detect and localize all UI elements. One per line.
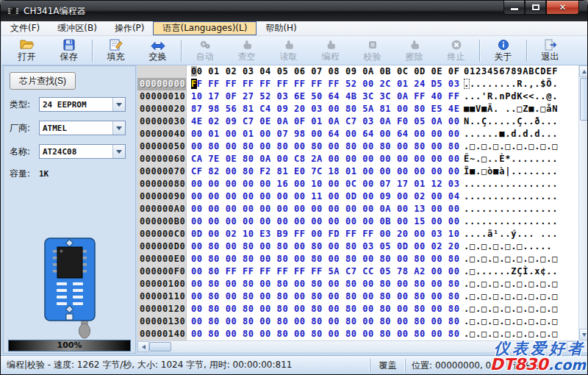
maximize-button[interactable] (525, 1, 546, 15)
menu-buffer[interactable]: 缓冲区(B) (49, 21, 106, 35)
row-bytes[interactable]: 00 01 00 01 00 07 98 00 64 00 64 00 64 0… (186, 128, 464, 140)
hex-row[interactable]: 000000F0 00 80 FF FF FF FF FF FF 5A C7 C… (137, 265, 588, 278)
fill-button[interactable]: 填充 (95, 37, 137, 65)
row-bytes[interactable]: 00 80 FF FF FF FF FF FF 5A C7 CC 05 78 A… (186, 265, 464, 278)
scroll-right-button[interactable] (567, 341, 578, 352)
program-button[interactable]: 编程 (309, 37, 351, 65)
chevron-down-icon[interactable] (112, 98, 125, 111)
swap-button[interactable]: 交换 (137, 37, 179, 65)
row-bytes[interactable]: 10 17 0F 27 52 03 6E 50 64 4B 3C 3C 0A F… (186, 90, 464, 103)
hex-row[interactable]: 00000110 00 80 00 80 00 80 00 80 00 80 0… (137, 290, 588, 303)
hex-row[interactable]: 00000080 00 00 00 00 00 16 00 10 00 0C 0… (137, 178, 588, 190)
ascii-cursor[interactable]: . (464, 79, 470, 89)
row-bytes[interactable]: 00 80 00 80 00 80 00 80 00 80 00 80 00 8… (186, 278, 464, 290)
hex-row[interactable]: 000000A0 00 00 00 00 00 00 00 00 00 00 0… (137, 203, 588, 215)
save-button[interactable]: 保存 (48, 37, 90, 65)
menu-help[interactable]: 帮助(H) (257, 21, 305, 35)
scroll-up-button[interactable] (579, 65, 588, 77)
horizontal-scrollbar[interactable] (137, 340, 578, 352)
erase-button[interactable]: 擦除 (393, 37, 435, 65)
blank-check-button[interactable]: 查空 (226, 37, 268, 65)
read-button[interactable]: 读取 (268, 37, 309, 65)
row-ascii[interactable]: .□......ZÇÌ.x¢.. (464, 265, 567, 278)
menu-language[interactable]: 语言(Languages)(L) (153, 21, 257, 35)
hex-row[interactable]: 000000D0 00 80 00 80 00 80 00 80 00 80 0… (137, 240, 588, 253)
minimize-button[interactable] (503, 1, 525, 15)
row-bytes[interactable]: 00 80 00 80 00 80 00 80 00 80 00 80 00 8… (186, 140, 464, 153)
hex-row[interactable]: 00000020 87 98 56 81 C4 09 20 03 00 80 5… (137, 103, 588, 115)
about-button[interactable]: 关于 (482, 37, 524, 65)
row-bytes[interactable]: FF FF FF FF FF FF FF FF FF 52 00 2C 01 2… (186, 78, 464, 90)
row-ascii[interactable]: .□.□.□.□.□.□.□.□ (464, 140, 567, 153)
hex-row[interactable]: 00000140 00 80 00 80 00 80 00 80 00 80 0… (137, 328, 588, 340)
chevron-down-icon[interactable] (112, 145, 125, 158)
row-bytes[interactable]: CA 7E 0E 80 0A 00 C8 2A 00 00 00 00 00 0… (186, 153, 464, 165)
row-bytes[interactable]: 00 00 00 00 00 16 00 10 00 0C 00 07 17 0… (186, 178, 464, 190)
hex-row[interactable]: 00000120 00 80 00 80 00 80 00 80 00 80 0… (137, 303, 588, 315)
hex-row[interactable]: 000000B0 00 00 00 00 00 00 00 00 00 00 0… (137, 215, 588, 228)
exit-button[interactable]: 退出 (529, 37, 571, 65)
row-ascii[interactable]: ...'R.nPdK<<..@. (464, 90, 567, 103)
row-bytes[interactable]: 0D 00 02 10 E3 B9 FF 00 FD FF FF 00 20 0… (186, 228, 464, 240)
hex-row-selected[interactable]: 00000000 FF FF FF FF FF FF FF FF FF 52 0… (137, 78, 588, 90)
vendor-select[interactable]: ATMEL (39, 121, 126, 135)
hex-row[interactable]: 00000100 00 80 00 80 00 80 00 80 00 80 0… (137, 278, 588, 290)
row-ascii[interactable]: ....ã¹..ý... ... (464, 228, 567, 240)
row-bytes[interactable]: 00 00 00 00 00 00 00 00 00 00 00 0A 00 1… (186, 203, 464, 215)
vertical-scroll-thumb[interactable] (580, 78, 588, 121)
chip-name-select[interactable]: AT24C08 (39, 144, 126, 159)
type-select[interactable]: 24 EEPROM (39, 97, 126, 112)
hex-row[interactable]: 00000040 00 01 00 01 00 07 98 00 64 00 6… (137, 128, 588, 140)
row-ascii[interactable]: ................ (464, 178, 567, 190)
hex-row[interactable]: 000000C0 0D 00 02 10 E3 B9 FF 00 FD FF F… (137, 228, 588, 240)
row-bytes[interactable]: 00 80 00 80 00 80 00 80 00 80 03 05 0D 0… (186, 240, 464, 253)
close-button[interactable]: ✕ (546, 1, 579, 15)
row-bytes[interactable]: 87 98 56 81 C4 09 20 03 00 80 5A 81 00 8… (186, 103, 464, 115)
hex-row[interactable]: 00000010 10 17 0F 27 52 03 6E 50 64 4B 3… (137, 90, 588, 103)
scroll-down-button[interactable] (579, 329, 588, 340)
menu-operation[interactable]: 操作(P) (106, 21, 154, 35)
row-ascii[interactable]: ................ (464, 190, 567, 203)
hex-row[interactable]: 00000060 CA 7E 0E 80 0A 00 C8 2A 00 00 0… (137, 153, 588, 165)
auto-button[interactable]: 自动 (184, 37, 226, 65)
vertical-scrollbar[interactable] (578, 65, 588, 340)
row-ascii[interactable]: .□.□.□.□.□.□.□.□ (464, 303, 567, 315)
row-ascii[interactable]: Ï■.□ò■à|........ (464, 165, 567, 178)
row-ascii[interactable]: .□.□.□.□.□.□.□.□ (464, 278, 567, 290)
row-ascii[interactable]: .□.□.□.□.□.□.□.□ (464, 253, 567, 265)
verify-button[interactable]: 校验 (351, 37, 393, 65)
row-ascii[interactable]: .□.□.□.□.□.□.□.□ (464, 290, 567, 303)
menu-file[interactable]: 文件(F) (1, 21, 49, 35)
hex-row[interactable]: 00000090 00 00 00 00 00 00 00 11 00 0D 0… (137, 190, 588, 203)
row-ascii[interactable]: .□.□.□.□.□..... (464, 240, 567, 253)
hex-row[interactable]: 00000130 00 80 00 80 00 80 00 80 00 80 0… (137, 315, 588, 328)
row-bytes[interactable]: 4E 02 09 C7 0E 0A 0F 01 0A C7 03 0A F0 0… (186, 115, 464, 128)
row-bytes[interactable]: CF 82 00 80 F2 81 E0 7C 18 01 00 00 00 0… (186, 165, 464, 178)
row-ascii[interactable]: ......■.d.d.d... (464, 128, 567, 140)
hex-row[interactable]: 00000070 CF 82 00 80 F2 81 E0 7C 18 01 0… (137, 165, 588, 178)
row-ascii[interactable]: .□.□.□.□.□.□.□.□ (464, 328, 567, 340)
horizontal-scroll-thumb[interactable] (149, 342, 171, 351)
hex-row[interactable]: 000000E0 00 80 00 80 00 80 00 80 00 80 0… (137, 253, 588, 265)
row-ascii[interactable]: ................ (464, 215, 567, 228)
row-bytes[interactable]: 00 00 00 00 00 00 00 00 00 00 00 0B 00 1… (186, 215, 464, 228)
row-bytes[interactable]: 00 00 00 00 00 00 00 11 00 0D 00 09 00 0… (186, 190, 464, 203)
row-bytes[interactable]: 00 80 00 80 00 80 00 80 00 80 00 80 00 8… (186, 328, 464, 340)
row-bytes[interactable]: 00 80 00 80 00 80 00 80 00 80 00 80 00 8… (186, 315, 464, 328)
find-chip-button[interactable]: 芯片查找(S) (10, 72, 76, 90)
title-bar[interactable]: CH341A编程器 ✕ (1, 1, 587, 21)
row-bytes[interactable]: 00 80 00 80 00 80 00 80 00 80 00 80 00 8… (186, 303, 464, 315)
row-bytes[interactable]: 00 80 00 80 00 80 00 80 00 80 00 80 00 8… (186, 290, 464, 303)
row-ascii[interactable]: Ê~.□..È*........ (464, 153, 567, 165)
row-ascii[interactable]: N..Ç.....Ç..ð... (464, 115, 567, 128)
row-ascii[interactable]: ■■V■Ä. ..□Z■.□åN (464, 103, 567, 115)
open-button[interactable]: 打开 (6, 37, 48, 65)
row-ascii[interactable]: .........R.,.$Õ. (464, 78, 567, 90)
scroll-left-button[interactable] (137, 341, 149, 352)
row-ascii[interactable]: ................ (464, 203, 567, 215)
stop-button[interactable]: 终止 (435, 37, 477, 65)
hex-row[interactable]: 00000050 00 80 00 80 00 80 00 80 00 80 0… (137, 140, 588, 153)
byte-cursor[interactable]: F (191, 79, 197, 89)
row-ascii[interactable]: .□.□.□.□.□.□.□.□ (464, 315, 567, 328)
hex-row[interactable]: 00000030 4E 02 09 C7 0E 0A 0F 01 0A C7 0… (137, 115, 588, 128)
